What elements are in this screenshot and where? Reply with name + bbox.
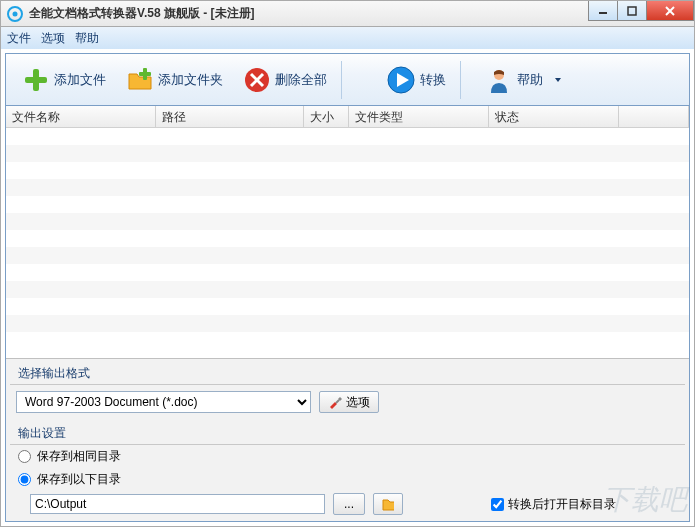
table-row xyxy=(6,128,689,145)
plus-icon xyxy=(22,66,50,94)
radio-below-dir[interactable] xyxy=(18,473,31,486)
table-row xyxy=(6,196,689,213)
col-status[interactable]: 状态 xyxy=(489,106,619,127)
convert-label: 转换 xyxy=(420,71,446,89)
tools-icon xyxy=(328,395,342,409)
radio-below-dir-label: 保存到以下目录 xyxy=(37,471,121,488)
format-select[interactable]: Word 97-2003 Document (*.doc) xyxy=(16,391,311,413)
app-icon xyxy=(7,6,23,22)
col-spacer xyxy=(619,106,689,127)
titlebar: 全能文档格式转换器V.58 旗舰版 - [未注册] xyxy=(0,0,695,27)
open-folder-button[interactable] xyxy=(373,493,403,515)
table-row xyxy=(6,332,689,349)
format-options-label: 选项 xyxy=(346,394,370,411)
radio-same-dir[interactable] xyxy=(18,450,31,463)
add-folder-button[interactable]: 添加文件夹 xyxy=(116,59,233,101)
table-row xyxy=(6,230,689,247)
window-controls xyxy=(589,1,694,21)
col-size[interactable]: 大小 xyxy=(304,106,349,127)
toolbar-separator xyxy=(341,61,342,99)
menu-help[interactable]: 帮助 xyxy=(75,30,99,47)
folder-icon xyxy=(382,497,394,511)
toolbar-separator-2 xyxy=(460,61,461,99)
minimize-button[interactable] xyxy=(588,1,618,21)
open-after-label: 转换后打开目标目录 xyxy=(508,496,616,513)
delete-icon xyxy=(243,66,271,94)
svg-rect-9 xyxy=(139,72,151,76)
help-person-icon xyxy=(485,66,513,94)
convert-button[interactable]: 转换 xyxy=(376,59,456,101)
col-type[interactable]: 文件类型 xyxy=(349,106,489,127)
output-section-label: 输出设置 xyxy=(10,419,685,445)
file-table: 文件名称 路径 大小 文件类型 状态 xyxy=(6,106,689,359)
delete-all-button[interactable]: 删除全部 xyxy=(233,59,337,101)
folder-plus-icon xyxy=(126,66,154,94)
output-path-input[interactable] xyxy=(30,494,325,514)
menubar: 文件 选项 帮助 xyxy=(0,27,695,49)
help-button[interactable]: 帮助 xyxy=(475,59,571,101)
open-after-row: 转换后打开目标目录 xyxy=(491,496,616,513)
svg-rect-7 xyxy=(25,77,47,83)
add-file-label: 添加文件 xyxy=(54,71,106,89)
table-row xyxy=(6,247,689,264)
chevron-down-icon xyxy=(555,78,561,82)
add-folder-label: 添加文件夹 xyxy=(158,71,223,89)
output-path-row: ... 转换后打开目标目录 xyxy=(6,491,689,521)
table-row xyxy=(6,145,689,162)
format-options-button[interactable]: 选项 xyxy=(319,391,379,413)
table-row xyxy=(6,213,689,230)
radio-below-dir-row: 保存到以下目录 xyxy=(6,468,689,491)
play-icon xyxy=(386,65,416,95)
ellipsis-icon: ... xyxy=(344,497,354,511)
menu-options[interactable]: 选项 xyxy=(41,30,65,47)
table-row xyxy=(6,162,689,179)
table-row xyxy=(6,281,689,298)
menu-file[interactable]: 文件 xyxy=(7,30,31,47)
radio-same-dir-label: 保存到相同目录 xyxy=(37,448,121,465)
svg-line-16 xyxy=(336,400,339,403)
table-row xyxy=(6,264,689,281)
browse-button[interactable]: ... xyxy=(333,493,365,515)
toolbar: 添加文件 添加文件夹 删除全部 转换 帮助 xyxy=(6,54,689,106)
table-row xyxy=(6,315,689,332)
window-title: 全能文档格式转换器V.58 旗舰版 - [未注册] xyxy=(29,5,255,22)
svg-rect-3 xyxy=(628,7,636,15)
add-file-button[interactable]: 添加文件 xyxy=(12,59,116,101)
table-row xyxy=(6,298,689,315)
table-header: 文件名称 路径 大小 文件类型 状态 xyxy=(6,106,689,128)
col-name[interactable]: 文件名称 xyxy=(6,106,156,127)
delete-all-label: 删除全部 xyxy=(275,71,327,89)
maximize-button[interactable] xyxy=(617,1,647,21)
close-button[interactable] xyxy=(646,1,694,21)
svg-point-1 xyxy=(13,11,18,16)
help-label: 帮助 xyxy=(517,71,543,89)
open-after-checkbox[interactable] xyxy=(491,498,504,511)
col-path[interactable]: 路径 xyxy=(156,106,304,127)
format-section-label: 选择输出格式 xyxy=(10,359,685,385)
table-body[interactable] xyxy=(6,128,689,356)
table-row xyxy=(6,179,689,196)
radio-same-dir-row: 保存到相同目录 xyxy=(6,445,689,468)
format-row: Word 97-2003 Document (*.doc) 选项 xyxy=(6,385,689,419)
